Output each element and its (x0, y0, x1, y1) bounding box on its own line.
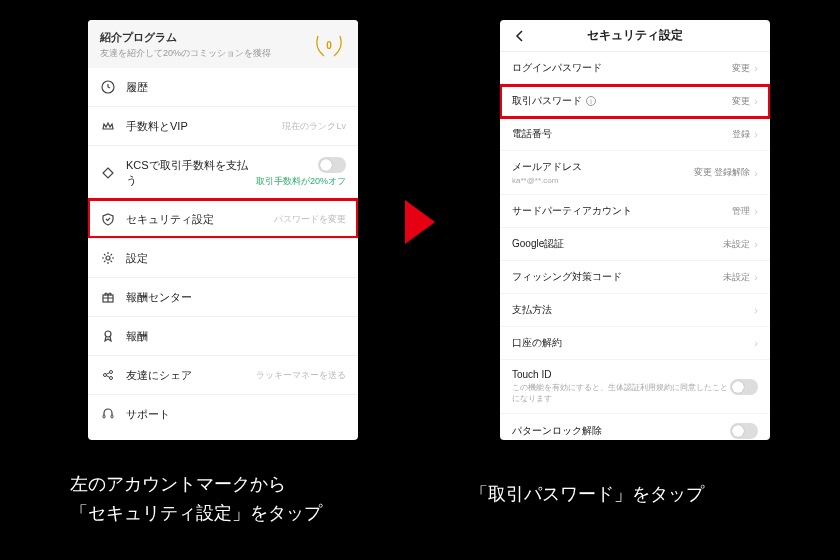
menu-hint: ラッキーマネーを送る (256, 369, 346, 382)
menu-label: 設定 (126, 251, 346, 266)
setting-payment-method[interactable]: 支払方法 › (500, 294, 770, 327)
laurel-badge: 0 (312, 30, 346, 60)
setting-label: 口座の解約 (512, 336, 754, 350)
setting-login-password[interactable]: ログインパスワード 変更 › (500, 52, 770, 85)
header-bar: セキュリティ設定 (500, 20, 770, 52)
chevron-right-icon: › (754, 304, 758, 316)
crown-icon (100, 118, 116, 134)
setting-phishing-code[interactable]: フィッシング対策コード 未設定 › (500, 261, 770, 294)
page-title: セキュリティ設定 (500, 27, 770, 44)
referral-banner[interactable]: 紹介プログラム 友達を紹介して20%のコミッションを獲得 0 (88, 20, 358, 68)
menu-list: 履歴 手数料とVIP 現在のランクLv KCSで取引手数料を支払う 取引手数料が… (88, 68, 358, 433)
info-icon[interactable]: i (586, 96, 596, 106)
setting-status: 未設定 (723, 238, 750, 251)
kcs-toggle[interactable] (318, 157, 346, 173)
clock-icon (100, 79, 116, 95)
setting-label: パターンロック解除 (512, 424, 730, 438)
caption-right: 「取引パスワード」をタップ (470, 480, 704, 509)
chevron-right-icon: › (754, 128, 758, 140)
menu-item-support[interactable]: サポート (88, 394, 358, 433)
setting-label: ログインパスワード (512, 61, 732, 75)
menu-label: セキュリティ設定 (126, 212, 274, 227)
setting-status: 変更 登録解除 (694, 166, 751, 179)
referral-count: 0 (326, 40, 332, 51)
setting-touch-id: Touch ID この機能を有効にすると、生体認証利用規約に同意したことになりま… (500, 360, 770, 414)
svg-point-1 (106, 256, 110, 260)
menu-hint: 現在のランクLv (282, 120, 346, 133)
setting-label: サードパーティアカウント (512, 204, 732, 218)
setting-label: 支払方法 (512, 303, 754, 317)
touch-id-toggle[interactable] (730, 379, 758, 395)
arrow-right-icon (405, 200, 435, 244)
referral-subtitle: 友達を紹介して20%のコミッションを獲得 (100, 47, 312, 60)
chevron-right-icon: › (754, 205, 758, 217)
caption-left: 左のアカウントマークから 「セキュリティ設定」をタップ (70, 470, 322, 528)
setting-label: 取引パスワードi (512, 94, 732, 108)
chevron-right-icon: › (754, 337, 758, 349)
setting-status: 変更 (732, 62, 750, 75)
svg-rect-7 (103, 415, 105, 418)
setting-email[interactable]: メールアドレス ka**@**.com 変更 登録解除 › (500, 151, 770, 195)
menu-item-share[interactable]: 友達にシェア ラッキーマネーを送る (88, 355, 358, 394)
menu-item-fees-vip[interactable]: 手数料とVIP 現在のランクLv (88, 106, 358, 145)
shield-icon (100, 211, 116, 227)
menu-item-history[interactable]: 履歴 (88, 68, 358, 106)
setting-label: Google認証 (512, 237, 723, 251)
setting-phone[interactable]: 電話番号 登録 › (500, 118, 770, 151)
setting-sub: この機能を有効にすると、生体認証利用規約に同意したことになります (512, 382, 730, 404)
menu-hint: パスワードを変更 (274, 213, 346, 226)
chevron-right-icon: › (754, 62, 758, 74)
setting-label: Touch ID (512, 369, 730, 380)
setting-status: 管理 (732, 205, 750, 218)
menu-label: KCSで取引手数料を支払う (126, 158, 256, 188)
menu-label: 報酬センター (126, 290, 346, 305)
setting-label: フィッシング対策コード (512, 270, 723, 284)
diamond-icon (100, 165, 116, 181)
badge-icon (100, 328, 116, 344)
setting-status: 登録 (732, 128, 750, 141)
gear-icon (100, 250, 116, 266)
menu-label: サポート (126, 407, 346, 422)
security-settings-screen: セキュリティ設定 ログインパスワード 変更 › 取引パスワードi 変更 › 電話… (500, 20, 770, 440)
setting-label: メールアドレス (512, 160, 694, 174)
referral-text: 紹介プログラム 友達を紹介して20%のコミッションを獲得 (100, 30, 312, 60)
menu-item-kcs-fee[interactable]: KCSで取引手数料を支払う 取引手数料が20%オフ (88, 145, 358, 199)
email-value: ka**@**.com (512, 176, 694, 185)
setting-close-account[interactable]: 口座の解約 › (500, 327, 770, 360)
menu-item-reward-center[interactable]: 報酬センター (88, 277, 358, 316)
pattern-unlock-toggle[interactable] (730, 423, 758, 439)
menu-label: 報酬 (126, 329, 346, 344)
gift-icon (100, 289, 116, 305)
back-button[interactable] (510, 26, 530, 46)
setting-status: 未設定 (723, 271, 750, 284)
setting-label: 電話番号 (512, 127, 732, 141)
setting-google-auth[interactable]: Google認証 未設定 › (500, 228, 770, 261)
setting-third-party[interactable]: サードパーティアカウント 管理 › (500, 195, 770, 228)
account-menu-screen: 紹介プログラム 友達を紹介して20%のコミッションを獲得 0 履歴 手数料とVI… (88, 20, 358, 440)
headset-icon (100, 406, 116, 422)
svg-rect-8 (111, 415, 113, 418)
setting-status: 変更 (732, 95, 750, 108)
setting-trade-password[interactable]: 取引パスワードi 変更 › (500, 85, 770, 118)
menu-item-settings[interactable]: 設定 (88, 238, 358, 277)
chevron-right-icon: › (754, 167, 758, 179)
menu-label: 手数料とVIP (126, 119, 282, 134)
menu-label: 履歴 (126, 80, 346, 95)
menu-item-rewards[interactable]: 報酬 (88, 316, 358, 355)
svg-point-3 (105, 331, 111, 337)
menu-label: 友達にシェア (126, 368, 256, 383)
referral-title: 紹介プログラム (100, 30, 312, 45)
kcs-discount-hint: 取引手数料が20%オフ (256, 175, 346, 188)
setting-pattern-unlock: パターンロック解除 (500, 414, 770, 440)
chevron-right-icon: › (754, 95, 758, 107)
chevron-right-icon: › (754, 238, 758, 250)
chevron-right-icon: › (754, 271, 758, 283)
menu-item-security-settings[interactable]: セキュリティ設定 パスワードを変更 (88, 199, 358, 238)
share-icon (100, 367, 116, 383)
